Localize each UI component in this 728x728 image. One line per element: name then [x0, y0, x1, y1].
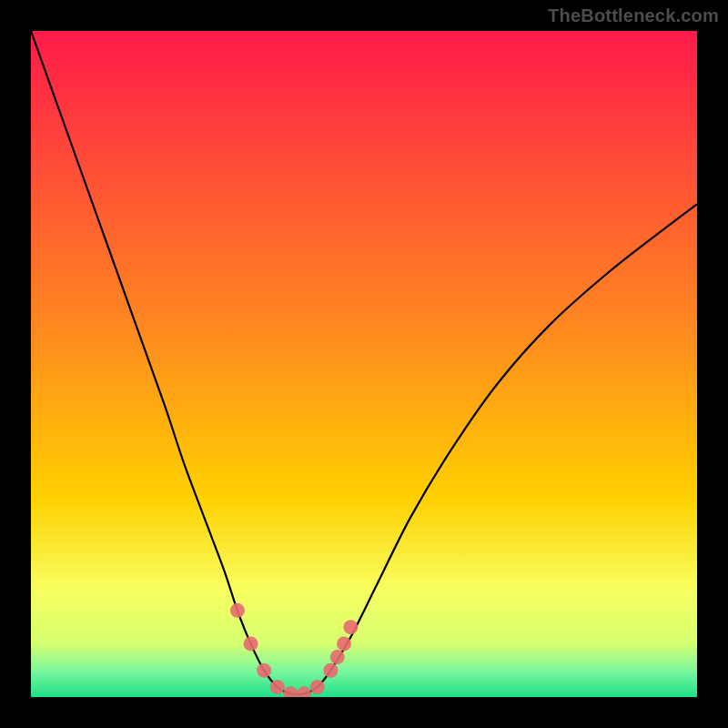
marker-dot	[244, 636, 258, 651]
marker-dot	[257, 663, 271, 678]
marker-dot	[230, 603, 245, 618]
marker-dot	[337, 636, 351, 651]
marker-dot	[330, 650, 345, 664]
watermark: TheBottleneck.com	[548, 5, 719, 26]
marker-dot	[323, 663, 338, 678]
marker-dot	[310, 680, 325, 694]
chart-frame: TheBottleneck.com	[0, 0, 728, 728]
plot-area	[31, 31, 697, 697]
marker-dot	[343, 620, 358, 634]
marker-dot	[270, 680, 285, 694]
gradient-bg	[31, 31, 697, 697]
chart-svg	[31, 31, 697, 697]
